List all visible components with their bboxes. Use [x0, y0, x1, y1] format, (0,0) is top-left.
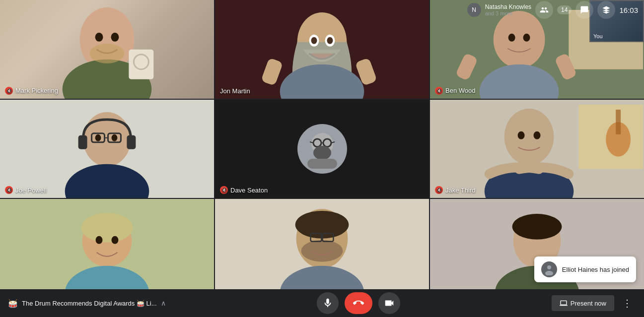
- meeting-info: N Natasha Knowles and 3 more: [467, 3, 531, 17]
- video-cell-joe: 🔇 Joe Powell: [0, 100, 214, 198]
- self-label: You: [593, 33, 603, 39]
- present-label: Present now: [571, 300, 606, 307]
- participant-name-joe: 🔇 Joe Powell: [5, 186, 47, 194]
- mic-off-mark: 🔇: [5, 87, 13, 95]
- toast-message: Elliot Haines has joined: [562, 266, 629, 273]
- activities-button[interactable]: [597, 1, 615, 19]
- meeting-title-area: 🥁 The Drum Recommends Digital Awards 🥁 L…: [8, 299, 166, 308]
- mic-button[interactable]: [317, 292, 339, 314]
- svg-rect-41: [307, 159, 337, 169]
- svg-point-40: [313, 146, 331, 160]
- bottom-bar: 🥁 The Drum Recommends Digital Awards 🥁 L…: [0, 289, 644, 317]
- camera-button[interactable]: [378, 292, 400, 314]
- host-subtext: and 3 more: [485, 10, 531, 16]
- svg-point-55: [111, 236, 118, 244]
- svg-point-12: [311, 37, 317, 44]
- video-cell-jon: Jon Martin: [215, 0, 429, 99]
- svg-point-66: [512, 214, 562, 240]
- meeting-title-text: The Drum Recommends Digital Awards 🥁 Li.…: [22, 300, 157, 307]
- video-cell-mark: 🔇 Mark Pickering: [0, 0, 214, 99]
- dave-avatar: [297, 124, 347, 174]
- time-display: 16:03: [619, 6, 638, 14]
- title-emoji-1: 🥁: [8, 299, 18, 308]
- video-cell-jake: 🔇 Jake Third: [430, 100, 644, 198]
- end-call-button[interactable]: [345, 292, 372, 314]
- controls-right: Present now ⋮: [552, 294, 636, 312]
- controls-center: [317, 292, 400, 314]
- mic-off-joe: 🔇: [5, 186, 13, 194]
- participant-name-dave: 🔇 Dave Seaton: [220, 186, 268, 194]
- participant-count: 14: [557, 5, 572, 14]
- svg-point-3: [111, 33, 119, 42]
- svg-point-21: [523, 34, 530, 42]
- svg-rect-45: [616, 110, 621, 134]
- svg-point-2: [95, 33, 103, 42]
- svg-point-32: [95, 134, 101, 141]
- svg-point-59: [301, 240, 343, 262]
- video-cell-bottom2: [215, 199, 429, 298]
- video-cell-dave: 🔇 Dave Seaton: [215, 100, 429, 198]
- mic-off-dave: 🔇: [220, 186, 228, 194]
- svg-point-48: [518, 131, 525, 139]
- video-grid: 🔇 Mark Pickering: [0, 0, 644, 298]
- toast-avatar: [541, 261, 557, 277]
- present-now-button[interactable]: Present now: [552, 295, 614, 311]
- chat-button[interactable]: [575, 1, 593, 19]
- participant-name-mark: 🔇 Mark Pickering: [5, 87, 58, 95]
- svg-rect-30: [127, 135, 136, 149]
- svg-point-4: [90, 44, 125, 63]
- dave-avatar-circle: [297, 124, 347, 174]
- svg-point-68: [547, 265, 551, 269]
- video-cell-bottom1: [0, 199, 214, 298]
- svg-point-52: [81, 213, 133, 243]
- mic-off-ben: 🔇: [435, 87, 443, 95]
- host-info: Natasha Knowles and 3 more: [485, 3, 531, 16]
- host-avatar: N: [467, 3, 481, 17]
- title-chevron[interactable]: ∧: [161, 299, 166, 307]
- video-cell-bottom3: [430, 199, 644, 298]
- svg-point-13: [327, 37, 333, 44]
- svg-point-69: [545, 271, 553, 275]
- host-name: Natasha Knowles: [485, 3, 531, 10]
- participant-name-jake: 🔇 Jake Third: [435, 186, 475, 194]
- svg-point-49: [534, 131, 541, 139]
- svg-point-46: [504, 109, 554, 165]
- svg-point-20: [508, 34, 515, 42]
- notification-toast: Elliot Haines has joined: [534, 256, 636, 282]
- svg-point-33: [111, 134, 117, 141]
- participants-button[interactable]: [535, 1, 553, 19]
- svg-point-54: [96, 236, 103, 244]
- top-bar: N Natasha Knowles and 3 more 14 16:03: [461, 0, 644, 20]
- svg-rect-29: [78, 135, 87, 149]
- participant-name-jon: Jon Martin: [220, 87, 250, 95]
- mic-off-jake: 🔇: [435, 186, 443, 194]
- participant-name-ben: 🔇 Ben Wood: [435, 87, 475, 95]
- more-options-button[interactable]: ⋮: [618, 294, 636, 312]
